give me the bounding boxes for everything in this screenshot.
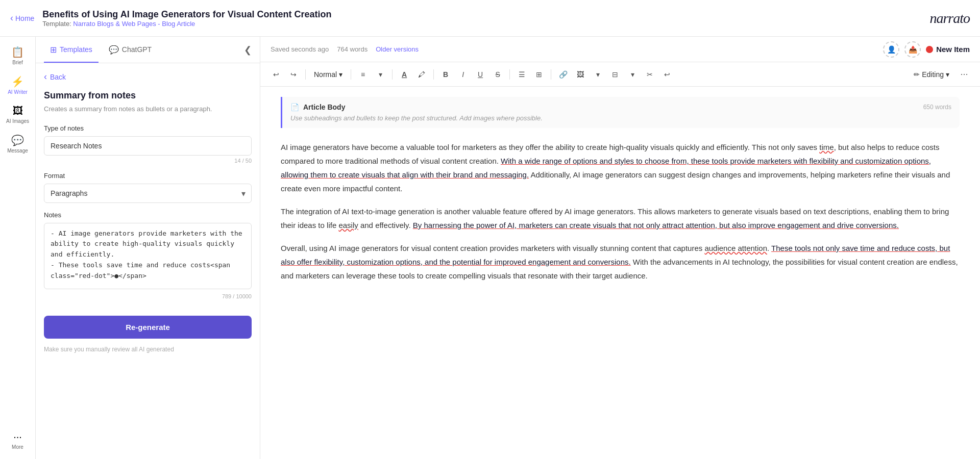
toolbar-divider-6	[551, 69, 551, 80]
link-button[interactable]: 🔗	[555, 67, 571, 82]
ai-writer-label: AI Writer	[8, 89, 28, 95]
format-dropdown-arrow: ▾	[339, 70, 342, 79]
italic-button[interactable]: I	[455, 67, 471, 82]
top-header: Home Benefits of Using AI Image Generato…	[0, 0, 980, 37]
article-section: 📄 Article Body 650 words Use subheadings…	[281, 97, 960, 128]
ai-writer-icon: ⚡	[11, 75, 24, 88]
link-wide-range: With a wide range of options and styles …	[281, 157, 931, 179]
sidebar-item-ai-writer[interactable]: ⚡ AI Writer	[3, 71, 33, 99]
highlight-button[interactable]: 🖍	[414, 67, 429, 82]
format-label: Format	[44, 172, 252, 180]
new-item-label: New Item	[936, 45, 970, 54]
disclaimer-text: Make sure you manually review all AI gen…	[44, 345, 252, 354]
image-dropdown[interactable]: ▾	[590, 67, 605, 82]
main-layout: 📋 Brief ⚡ AI Writer 🖼 AI Images 💬 Messag…	[0, 37, 980, 459]
back-link[interactable]: Back	[44, 71, 252, 82]
format-select[interactable]: Paragraphs Bullets	[44, 184, 252, 203]
sidebar-item-ai-images[interactable]: 🖼 AI Images	[3, 101, 33, 128]
strikethrough-button[interactable]: S	[490, 67, 505, 82]
chatgpt-tab-icon: 💬	[109, 45, 119, 55]
left-panel: ⊞ Templates 💬 ChatGPT ❮ Back Summary fro…	[36, 37, 260, 459]
format-dropdown-label: Normal	[314, 70, 337, 79]
panel-collapse-btn[interactable]: ❮	[244, 44, 252, 56]
chatgpt-tab-label: ChatGPT	[122, 45, 152, 54]
link-these-tools: These tools not only save time and reduc…	[281, 244, 950, 266]
toolbar-divider-4	[433, 69, 434, 80]
editor-topbar: Saved seconds ago 764 words Older versio…	[260, 37, 980, 62]
format-group: Format Paragraphs Bullets ▾	[44, 172, 252, 203]
toolbar-divider-5	[509, 69, 510, 80]
regenerate-button[interactable]: Re-generate	[44, 316, 252, 339]
sidebar-item-message[interactable]: 💬 Message	[3, 130, 33, 158]
tab-templates[interactable]: ⊞ Templates	[44, 38, 99, 63]
template-link[interactable]: Narrato Blogs & Web Pages - Blog Article	[73, 20, 195, 28]
format-dropdown[interactable]: Normal ▾	[310, 68, 347, 81]
more-icon: ···	[13, 431, 22, 443]
numbered-list-button[interactable]: ⊞	[531, 67, 547, 82]
text-color-button[interactable]: A	[397, 67, 412, 82]
topbar-actions: 👤 📤 New Item	[883, 41, 970, 58]
bullet-list-button[interactable]: ☰	[514, 67, 529, 82]
table-dropdown[interactable]: ▾	[625, 67, 640, 82]
notes-textarea[interactable]: - AI image generators provide marketers …	[44, 223, 252, 289]
article-section-icon: 📄	[290, 103, 299, 111]
tab-chatgpt[interactable]: 💬 ChatGPT	[103, 38, 158, 63]
home-link[interactable]: Home	[10, 13, 34, 23]
underline-button[interactable]: U	[473, 67, 488, 82]
underline-audience: audience attention	[704, 244, 767, 252]
sidebar-item-more[interactable]: ··· More	[3, 427, 33, 454]
icon-sidebar: 📋 Brief ⚡ AI Writer 🖼 AI Images 💬 Messag…	[0, 37, 36, 459]
saved-status: Saved seconds ago	[271, 45, 329, 53]
notes-label: Notes	[44, 211, 252, 219]
message-icon: 💬	[11, 134, 24, 146]
editor-content[interactable]: 📄 Article Body 650 words Use subheadings…	[260, 87, 980, 459]
more-button[interactable]: ↩	[659, 67, 675, 82]
edit-icon: ✏	[914, 70, 920, 79]
collaborator-avatar-icon[interactable]: 👤	[883, 41, 899, 58]
editor-area: Saved seconds ago 764 words Older versio…	[260, 37, 980, 459]
brief-icon: 📋	[11, 46, 24, 58]
editing-dropdown[interactable]: ✏ Editing ▾	[909, 68, 954, 81]
table-button[interactable]: ⊟	[607, 67, 623, 82]
undo-button[interactable]: ↩	[268, 67, 284, 82]
ai-images-icon: 🖼	[13, 105, 23, 117]
type-of-notes-group: Type of notes 14 / 50	[44, 124, 252, 164]
toolbar-divider-2	[351, 69, 351, 80]
new-item-button[interactable]: New Item	[926, 45, 970, 54]
underline-easily: easily	[338, 221, 358, 230]
paragraph-1: AI image generators have become a valuab…	[281, 140, 960, 195]
toolbar-divider-1	[305, 69, 306, 80]
redo-button[interactable]: ↪	[286, 67, 301, 82]
templates-tab-icon: ⊞	[50, 45, 57, 55]
article-section-title: Article Body	[303, 103, 345, 111]
page-subtitle: Template: Narrato Blogs & Web Pages - Bl…	[42, 20, 921, 28]
image-button[interactable]: 🖼	[573, 67, 588, 82]
panel-section-title: Summary from notes	[44, 90, 252, 101]
brief-label: Brief	[12, 60, 23, 65]
align-dropdown[interactable]: ▾	[373, 67, 388, 82]
article-section-desc: Use subheadings and bullets to keep the …	[290, 114, 951, 122]
older-versions-link[interactable]: Older versions	[376, 45, 419, 53]
header-title-block: Benefits of Using AI Image Generators fo…	[42, 9, 921, 28]
type-of-notes-char-count: 14 / 50	[44, 158, 252, 164]
article-section-header: 📄 Article Body 650 words	[290, 103, 951, 111]
notes-char-count: 789 / 10000	[44, 293, 252, 299]
notes-group: Notes - AI image generators provide mark…	[44, 211, 252, 299]
paragraph-3: Overall, using AI image generators for v…	[281, 241, 960, 283]
clear-format-button[interactable]: ✂	[642, 67, 657, 82]
type-of-notes-input[interactable]	[44, 136, 252, 156]
message-label: Message	[7, 148, 28, 154]
underline-time: time	[819, 143, 834, 151]
panel-content: Back Summary from notes Creates a summar…	[36, 63, 260, 459]
format-select-wrap: Paragraphs Bullets ▾	[44, 184, 252, 203]
align-button[interactable]: ≡	[355, 67, 371, 82]
editing-label: Editing	[922, 70, 944, 79]
sidebar-item-brief[interactable]: 📋 Brief	[3, 42, 33, 69]
editing-arrow: ▾	[946, 70, 949, 79]
share-icon[interactable]: 📤	[904, 41, 921, 58]
bold-button[interactable]: B	[438, 67, 453, 82]
panel-section-desc: Creates a summary from notes as bullets …	[44, 104, 252, 114]
toolbar-overflow-button[interactable]: ···	[957, 67, 972, 82]
type-of-notes-label: Type of notes	[44, 124, 252, 132]
templates-tab-label: Templates	[60, 45, 92, 54]
